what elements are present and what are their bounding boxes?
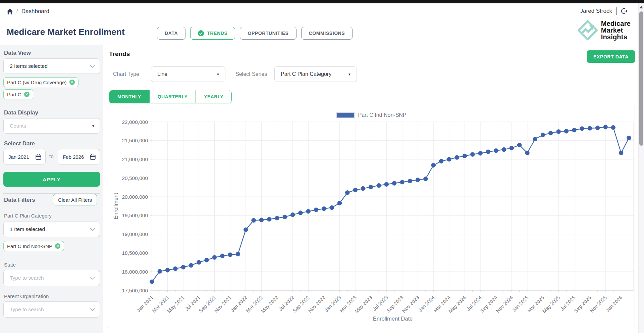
- data-point[interactable]: [470, 152, 475, 157]
- data-point[interactable]: [361, 186, 365, 191]
- data-point[interactable]: [627, 136, 631, 140]
- data-point[interactable]: [189, 263, 193, 268]
- data-point[interactable]: [252, 218, 256, 223]
- data-point[interactable]: [205, 258, 209, 262]
- data-point[interactable]: [502, 147, 506, 152]
- caret-down-icon: ▼: [348, 73, 351, 76]
- tab-opportunities[interactable]: OPPORTUNITIES: [240, 27, 296, 40]
- apply-button[interactable]: APPLY: [3, 172, 100, 187]
- data-point[interactable]: [228, 253, 232, 257]
- data-point[interactable]: [275, 216, 279, 220]
- svg-text:21,000,000: 21,000,000: [122, 156, 148, 162]
- data-point[interactable]: [244, 228, 248, 232]
- data-point[interactable]: [400, 180, 405, 184]
- parent-org-select[interactable]: Type to search: [3, 301, 100, 318]
- chip-remove-icon[interactable]: ✕: [55, 243, 60, 249]
- data-point[interactable]: [463, 154, 467, 158]
- tab-trends[interactable]: TRENDS: [190, 27, 235, 40]
- data-point[interactable]: [314, 208, 318, 212]
- data-point[interactable]: [572, 128, 577, 132]
- plan-category-select[interactable]: 1 Item selected: [3, 222, 100, 237]
- data-point[interactable]: [306, 209, 311, 213]
- clear-all-filters-button[interactable]: Clear All Filters: [53, 194, 97, 205]
- data-point[interactable]: [556, 130, 561, 134]
- toggle-yearly[interactable]: YEARLY: [196, 90, 231, 103]
- data-point[interactable]: [337, 201, 342, 205]
- chip-remove-icon[interactable]: ✕: [24, 92, 30, 97]
- home-icon[interactable]: [7, 9, 13, 14]
- svg-text:Nov 2025: Nov 2025: [589, 294, 608, 314]
- tab-commissions[interactable]: COMMISSIONS: [301, 27, 353, 40]
- data-point[interactable]: [595, 126, 600, 130]
- breadcrumb-current[interactable]: Dashboard: [21, 8, 49, 15]
- data-point[interactable]: [322, 207, 326, 211]
- data-point[interactable]: [549, 131, 553, 135]
- data-point[interactable]: [330, 205, 334, 210]
- data-point[interactable]: [447, 157, 451, 161]
- data-point[interactable]: [173, 267, 178, 271]
- data-display-select[interactable]: Counts ▼: [3, 118, 100, 134]
- scrollbar[interactable]: [638, 3, 644, 333]
- data-point[interactable]: [259, 218, 264, 222]
- data-point[interactable]: [384, 182, 389, 187]
- data-point[interactable]: [369, 185, 373, 189]
- data-point[interactable]: [236, 252, 240, 256]
- data-point[interactable]: [486, 150, 490, 154]
- data-point[interactable]: [345, 191, 350, 195]
- data-point[interactable]: [455, 155, 459, 160]
- data-point[interactable]: [517, 143, 522, 147]
- data-point[interactable]: [533, 137, 537, 141]
- data-point[interactable]: [431, 163, 436, 168]
- data-point[interactable]: [392, 181, 396, 186]
- data-point[interactable]: [494, 149, 498, 153]
- data-point[interactable]: [212, 255, 217, 260]
- data-point[interactable]: [541, 133, 545, 137]
- data-point[interactable]: [290, 212, 295, 217]
- data-point[interactable]: [424, 177, 428, 181]
- tab-data[interactable]: DATA: [157, 27, 185, 40]
- chip-remove-icon[interactable]: ✕: [69, 80, 75, 85]
- svg-text:19,500,000: 19,500,000: [122, 212, 148, 218]
- data-point[interactable]: [525, 151, 530, 155]
- export-data-button[interactable]: EXPORT DATA: [587, 50, 635, 63]
- data-point[interactable]: [165, 268, 170, 272]
- toggle-quarterly[interactable]: QUARTERLY: [150, 90, 196, 103]
- data-point[interactable]: [283, 215, 287, 219]
- data-point[interactable]: [353, 188, 358, 192]
- data-point[interactable]: [588, 126, 592, 131]
- scrollbar-thumb[interactable]: [639, 11, 643, 146]
- data-point[interactable]: [181, 265, 185, 270]
- data-point[interactable]: [619, 151, 623, 155]
- select-series-select[interactable]: Part C Plan Category ▼: [274, 66, 357, 82]
- data-point[interactable]: [220, 254, 225, 258]
- data-point[interactable]: [478, 151, 483, 155]
- data-point[interactable]: [580, 127, 584, 131]
- svg-text:19,000,000: 19,000,000: [122, 231, 148, 237]
- chevron-down-icon: [90, 228, 95, 231]
- data-point[interactable]: [611, 125, 615, 130]
- data-point[interactable]: [603, 125, 608, 129]
- svg-text:18,000,000: 18,000,000: [122, 269, 148, 275]
- data-point[interactable]: [439, 159, 443, 163]
- plan-category-label: Part C Plan Category: [4, 213, 52, 219]
- toggle-monthly[interactable]: MONTHLY: [109, 90, 150, 103]
- data-point[interactable]: [377, 183, 381, 188]
- data-point[interactable]: [408, 179, 412, 183]
- date-from-input[interactable]: Jan 2021: [3, 149, 46, 164]
- data-point[interactable]: [197, 260, 201, 265]
- data-point[interactable]: [564, 129, 569, 134]
- calendar-icon: [90, 154, 96, 160]
- chart-type-select[interactable]: Line ▼: [151, 66, 225, 82]
- date-to-input[interactable]: Feb 2026: [58, 149, 100, 164]
- data-view-select[interactable]: 2 Items selected: [3, 58, 100, 74]
- data-point[interactable]: [509, 146, 514, 150]
- data-point[interactable]: [416, 178, 420, 182]
- data-point[interactable]: [150, 280, 154, 284]
- data-point[interactable]: [267, 217, 271, 222]
- scroll-up-arrow-icon[interactable]: [640, 6, 643, 8]
- logo-diamond-arrow-icon: [578, 20, 598, 40]
- logout-icon[interactable]: [621, 7, 628, 15]
- data-point[interactable]: [158, 269, 162, 274]
- state-select[interactable]: Type to search: [3, 270, 100, 286]
- data-point[interactable]: [299, 211, 303, 215]
